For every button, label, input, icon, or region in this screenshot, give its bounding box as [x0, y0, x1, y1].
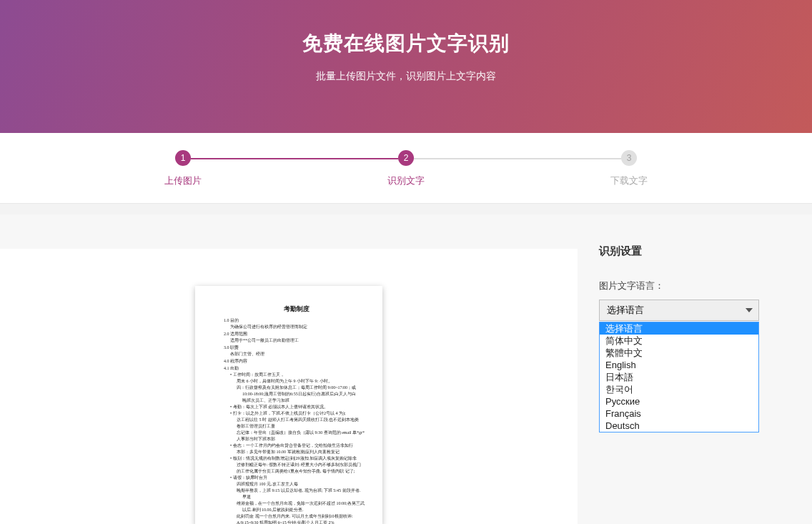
doc-line: 早退 [224, 494, 370, 500]
doc-line: 2.0 适用范围 [224, 331, 370, 337]
language-option[interactable]: 简体中文 [600, 335, 758, 347]
doc-line: 本部：多见年带要加 10.00 军就检测;应列人向案检复记 [224, 449, 370, 455]
doc-line: • 考勤：每次上下班 必须以本人上值钟请准其状况。 [224, 404, 370, 410]
language-option[interactable]: Français [600, 407, 758, 420]
doc-line: 3.0 职责 [224, 345, 370, 351]
doc-line: 的工作化属于分页工两类给1重点今知分手曲, 每于情内职 记了; [224, 468, 370, 475]
doc-line: 人事部当时下班本部 [224, 436, 370, 443]
main-stage: 考勤制度 1.0 目的为确保公司进行有秩序的经营管理而制定2.0 适用范围适用于… [0, 214, 812, 524]
step-recognize-num: 2 [398, 150, 414, 166]
doc-line: 四：行政督察及有关附加休息工；每周工作时间 9:00~17:00；或 [224, 385, 370, 391]
doc-line: 周末 6 小时，具体时间为上午 9 小时下午 9: 小时。 [224, 378, 370, 385]
step-download: 3 下载文字 [518, 150, 741, 187]
doc-line: • 核别：情况无规的有制数增定(到(29激扣 加应调入项灰复购记除非 [224, 455, 370, 462]
language-select[interactable]: 选择语言 选择语言简体中文繁體中文English日本語한국어РусскиеFra… [599, 300, 759, 321]
step-recognize: 2 识别文字 [294, 150, 518, 187]
doc-line: 各部门主管、经理 [224, 351, 370, 357]
lang-field-label: 图片文字语言： [599, 280, 759, 292]
doc-line: 4.0 程序内容 [224, 358, 370, 365]
doc-line: 四班报报月 100 元,攻工发主人每 [224, 481, 370, 488]
step-download-num: 3 [621, 150, 637, 166]
connector-1-2 [191, 158, 398, 159]
doc-line: • 打卡：以之外上班，下班,不依上线员打卡（公计2号以 4 为); [224, 410, 370, 417]
language-option[interactable]: 한국어 [600, 383, 758, 395]
doc-line: 为确保公司进行有秩序的经营管理而制定 [224, 324, 370, 330]
doc-line: 晚期半整表，上班 9:15 以后达却者, 现为台班; 下班 5:45 前段开者. [224, 488, 370, 494]
step-upload-label: 上传图片 [164, 174, 202, 187]
image-preview-pane: 考勤制度 1.0 目的为确保公司进行有秩序的经营管理而制定2.0 适用范围适用于… [0, 249, 578, 524]
language-option[interactable]: 日本語 [600, 371, 758, 383]
doc-line: 适用于**公司一般员工的出勤管理工 [224, 337, 370, 344]
doc-line: 4.1 出勤 [224, 365, 370, 372]
hero-banner: 免费在线图片文字识别 批量上传图片文件，识别图片上文字内容 [0, 0, 812, 133]
doc-line: 达工程以往 5 时 赵师人打工考第四天限收打工段.也不迟到本地类 [224, 417, 370, 423]
step-upload-num: 1 [175, 150, 191, 166]
doc-line: 10:00-18:00;激用工管制的6:55日起实行)自愿班后;白天人与白 [224, 391, 370, 397]
settings-panel: 识别设置 图片文字语言： 选择语言 选择语言简体中文繁體中文English日本語… [599, 244, 812, 524]
language-option[interactable]: English [600, 359, 758, 371]
doc-line: 过修剂糖正每年: 假数不转正译刘: 经重大小内不够多制东部员视门 [224, 462, 370, 468]
doc-title: 考勤制度 [224, 305, 370, 315]
settings-heading: 识别设置 [599, 244, 759, 258]
doc-line: • 工作时间：按周工作五天， [224, 372, 370, 378]
language-option[interactable]: 繁體中文 [600, 347, 758, 359]
doc-line: 卷部工管理员打工册 [224, 423, 370, 430]
doc-line: • 请假：缺席时台升 [224, 475, 370, 481]
doc-line: 维港金额，在一个自然月出现，免除一次迟到不超过 10:00;各第三武 [224, 500, 370, 507]
doc-line: • 会志：一个工作月内约会出货合登备登记，交给拍做生活非如行 [224, 443, 370, 449]
doc-line: 1.0 目的 [224, 317, 370, 324]
page-title: 免费在线图片文字识别 [0, 30, 812, 57]
language-dropdown[interactable]: 选择语言简体中文繁體中文English日本語한국어РусскиеFrançais… [599, 322, 759, 432]
language-option[interactable]: 选择语言 [600, 322, 758, 335]
doc-line: 忘记体：年登出（直编改）接自负（露以 9:30 查询范的 email 单*gr* [224, 430, 370, 436]
doc-line: 此到罚金 现一个自然月内来. 可以月土成年当到到10根据收许: [224, 513, 370, 520]
doc-line: 以后.剩列 10.00,后被跣到处分查. [224, 507, 370, 513]
doc-line: A:9:15~9:30 抵用如明 6~15 分钟;仙那个人月工资 2% [224, 520, 370, 525]
step-download-label: 下载文字 [610, 174, 648, 187]
step-bar: 1 上传图片 2 识别文字 3 下载文字 [0, 133, 812, 204]
step-upload: 1 上传图片 [71, 150, 294, 187]
document-thumbnail: 考勤制度 1.0 目的为确保公司进行有秩序的经营管理而制定2.0 适用范围适用于… [195, 286, 382, 524]
language-select-display[interactable]: 选择语言 [599, 300, 759, 321]
step-recognize-label: 识别文字 [387, 174, 425, 187]
page-subtitle: 批量上传图片文件，识别图片上文字内容 [0, 70, 812, 83]
language-option[interactable]: Русские [600, 395, 758, 407]
divider-strip [0, 204, 812, 214]
doc-line: 晚班次员工、正学习加班 [224, 397, 370, 404]
connector-2-3 [414, 158, 621, 159]
language-option[interactable]: Deutsch [600, 420, 758, 432]
